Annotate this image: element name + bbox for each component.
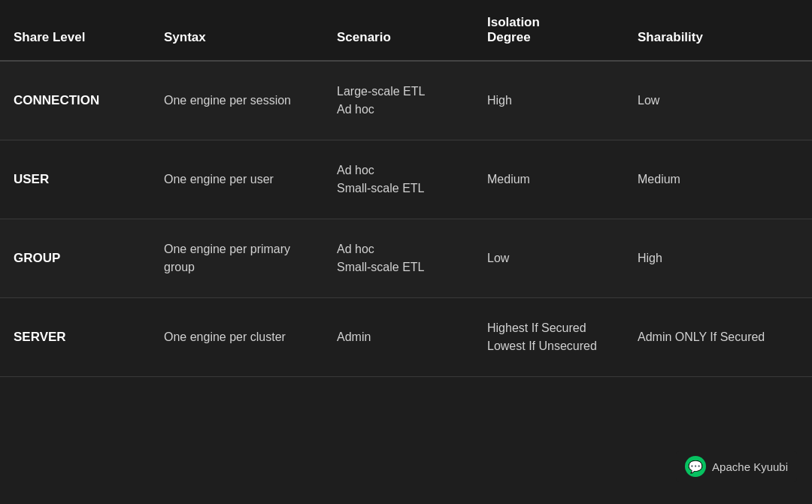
scenario-cell: Ad hocSmall-scale ETL bbox=[323, 219, 474, 298]
table-row: SERVEROne engine per clusterAdminHighest… bbox=[0, 298, 812, 377]
header-syntax: Syntax bbox=[150, 0, 323, 61]
table-row: GROUPOne engine per primary groupAd hocS… bbox=[0, 219, 812, 298]
sharability-cell: Medium bbox=[624, 140, 812, 219]
sharability-cell: Low bbox=[624, 61, 812, 140]
main-table-container: Share Level Syntax Scenario IsolationDeg… bbox=[0, 0, 812, 377]
syntax-cell: One engine per user bbox=[150, 140, 323, 219]
header-share-level: Share Level bbox=[0, 0, 150, 61]
watermark-text: Apache Kyuubi bbox=[712, 460, 788, 473]
share-level-cell: CONNECTION bbox=[0, 61, 150, 140]
isolation-degree-cell: Highest If SecuredLowest If Unsecured bbox=[474, 298, 624, 377]
scenario-cell: Ad hocSmall-scale ETL bbox=[323, 140, 474, 219]
table-row: USEROne engine per userAd hocSmall-scale… bbox=[0, 140, 812, 219]
syntax-cell: One engine per session bbox=[150, 61, 323, 140]
syntax-cell: One engine per cluster bbox=[150, 298, 323, 377]
share-level-cell: GROUP bbox=[0, 219, 150, 298]
wechat-icon: 💬 bbox=[685, 456, 706, 477]
isolation-degree-cell: Medium bbox=[474, 140, 624, 219]
syntax-cell: One engine per primary group bbox=[150, 219, 323, 298]
scenario-cell: Admin bbox=[323, 298, 474, 377]
header-isolation-degree: IsolationDegree bbox=[474, 0, 624, 61]
sharability-cell: Admin ONLY If Secured bbox=[624, 298, 812, 377]
isolation-degree-cell: High bbox=[474, 61, 624, 140]
table-row: CONNECTIONOne engine per sessionLarge-sc… bbox=[0, 61, 812, 140]
table-header-row: Share Level Syntax Scenario IsolationDeg… bbox=[0, 0, 812, 61]
header-scenario: Scenario bbox=[323, 0, 474, 61]
isolation-degree-cell: Low bbox=[474, 219, 624, 298]
scenario-cell: Large-scale ETLAd hoc bbox=[323, 61, 474, 140]
sharability-cell: High bbox=[624, 219, 812, 298]
share-level-cell: USER bbox=[0, 140, 150, 219]
share-level-cell: SERVER bbox=[0, 298, 150, 377]
comparison-table: Share Level Syntax Scenario IsolationDeg… bbox=[0, 0, 812, 377]
watermark: 💬 Apache Kyuubi bbox=[676, 451, 797, 481]
header-sharability: Sharability bbox=[624, 0, 812, 61]
